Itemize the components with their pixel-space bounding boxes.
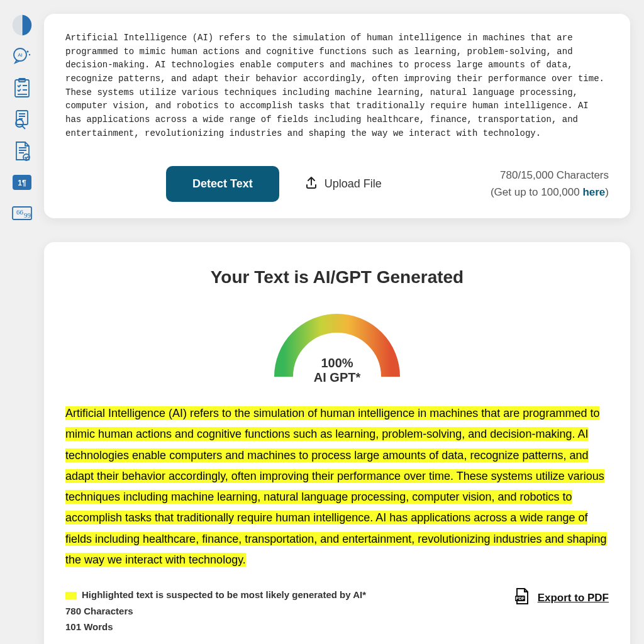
legend-left: Highlighted text is suspected to be most… [65, 587, 494, 635]
gauge-label: 100% AI GPT* [268, 356, 406, 384]
legend-note: Highlighted text is suspected to be most… [65, 587, 494, 603]
results-card: Your Text is AI/GPT Generated 100% AI GP… [44, 242, 630, 644]
action-row: Detect Text Upload File 780/15,000 Chara… [65, 166, 609, 202]
gauge-percent: 100% [268, 356, 406, 370]
upload-file-button[interactable]: Upload File [304, 175, 382, 192]
char-counter: 780/15,000 Characters (Get up to 100,000… [491, 167, 609, 201]
legend-swatch [65, 592, 77, 599]
upsell-prefix: (Get up to 100,000 [491, 186, 583, 198]
svg-point-6 [27, 51, 29, 53]
upload-label: Upload File [325, 177, 382, 191]
upsell-link[interactable]: here [582, 186, 605, 198]
upsell-suffix: ) [605, 186, 609, 198]
svg-text:99: 99 [24, 211, 31, 219]
search-doc-icon[interactable] [10, 109, 34, 130]
doc-check-icon[interactable] [10, 141, 34, 161]
char-count: 780 Characters [65, 603, 494, 619]
legend-text: Highlighted text is suspected to be most… [82, 589, 366, 600]
ai-chat-icon[interactable]: AI [10, 47, 34, 67]
main-content: Artificial Intelligence (AI) refers to t… [44, 0, 644, 644]
quote-icon[interactable]: 66 99 [10, 204, 34, 224]
svg-text:66: 66 [16, 208, 24, 216]
checklist-icon[interactable] [10, 78, 34, 98]
upsell-text: (Get up to 100,000 here) [491, 184, 609, 201]
gauge: 100% AI GPT* [268, 303, 406, 384]
char-count-text: 780/15,000 Characters [491, 167, 609, 184]
text-input[interactable]: Artificial Intelligence (AI) refers to t… [65, 31, 609, 145]
pdf-icon: PDF [513, 587, 531, 609]
export-label: Export to PDF [538, 592, 609, 604]
svg-rect-10 [16, 111, 28, 125]
svg-point-7 [29, 54, 30, 55]
svg-text:AI: AI [18, 52, 23, 58]
legend-row: Highlighted text is suspected to be most… [65, 587, 609, 635]
svg-text:PDF: PDF [516, 596, 525, 601]
input-card: Artificial Intelligence (AI) refers to t… [44, 14, 630, 218]
sidebar: AI 1¶ [0, 0, 44, 644]
export-pdf-button[interactable]: PDF Export to PDF [513, 587, 609, 609]
svg-text:1¶: 1¶ [18, 179, 26, 187]
result-title: Your Text is AI/GPT Generated [65, 267, 609, 287]
word-count-icon[interactable]: 1¶ [10, 172, 34, 192]
highlighted-text: Artificial Intelligence (AI) refers to t… [65, 406, 607, 567]
brain-logo-icon[interactable] [10, 15, 34, 35]
word-count: 101 Words [65, 619, 494, 635]
highlighted-output: Artificial Intelligence (AI) refers to t… [65, 403, 609, 570]
gauge-sublabel: AI GPT* [268, 370, 406, 384]
detect-text-button[interactable]: Detect Text [166, 166, 279, 202]
upload-icon [304, 175, 318, 192]
